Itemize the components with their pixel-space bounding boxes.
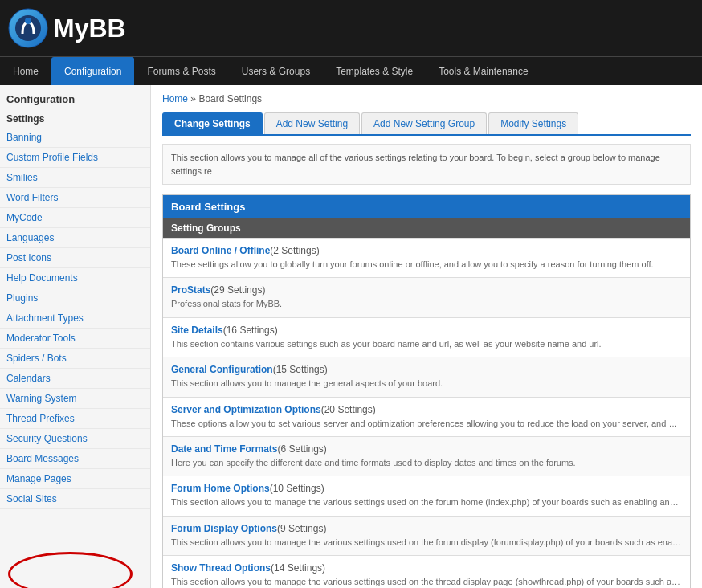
setting-group-desc-8: This section allows you to manage the va… [171, 576, 682, 588]
setting-group-title-4[interactable]: Server and Optimization Options [171, 404, 321, 415]
setting-group-7: Forum Display Options(9 Settings) This s… [163, 516, 690, 555]
setting-group-count-3: (15 Settings) [273, 364, 328, 375]
sidebar-section-title: Configuration [0, 85, 150, 108]
nav-forums-posts[interactable]: Forums & Posts [134, 57, 228, 85]
nav-home[interactable]: Home [0, 57, 51, 85]
breadcrumb-home[interactable]: Home [162, 93, 188, 104]
setting-group-3: General Configuration(15 Settings) This … [163, 357, 690, 396]
sidebar-item-warning-system[interactable]: Warning System [0, 389, 150, 409]
breadcrumb-separator: » [190, 93, 196, 104]
breadcrumb-current: Board Settings [198, 93, 262, 104]
tab-bar: Change Settings Add New Setting Add New … [162, 112, 691, 136]
setting-group-desc-6: This section allows you to manage the va… [171, 496, 682, 508]
sidebar-item-languages[interactable]: Languages [0, 228, 150, 248]
oval-highlight-indicator [8, 552, 133, 588]
sidebar-item-banning[interactable]: Banning [0, 128, 150, 148]
sidebar-item-mycode[interactable]: MyCode [0, 208, 150, 228]
setting-group-2: Site Details(16 Settings) This section c… [163, 317, 690, 357]
sidebar-item-spiders-bots[interactable]: Spiders / Bots [0, 349, 150, 369]
setting-group-title-5[interactable]: Date and Time Formats [171, 443, 277, 455]
nav-configuration[interactable]: Configuration [51, 57, 134, 85]
setting-group-title-0[interactable]: Board Online / Offline [171, 245, 270, 256]
header: MyBB [0, 0, 702, 56]
setting-group-title-6[interactable]: Forum Home Options [171, 483, 270, 494]
sidebar: Configuration Settings Banning Custom Pr… [0, 85, 151, 588]
sidebar-item-calendars[interactable]: Calendars [0, 369, 150, 389]
sidebar-item-board-messages[interactable]: Board Messages [0, 449, 150, 469]
sidebar-item-security-questions[interactable]: Security Questions [0, 429, 150, 449]
info-text: This section allows you to manage all of… [171, 153, 660, 176]
sidebar-item-post-icons[interactable]: Post Icons [0, 248, 150, 268]
svg-point-2 [25, 18, 31, 24]
setting-group-count-0: (2 Settings) [270, 245, 319, 256]
setting-group-count-5: (6 Settings) [277, 443, 326, 455]
sidebar-item-attachment-types[interactable]: Attachment Types [0, 308, 150, 329]
setting-group-count-8: (14 Settings) [271, 562, 325, 574]
nav-tools-maintenance[interactable]: Tools & Maintenance [426, 57, 541, 85]
setting-group-count-4: (20 Settings) [321, 404, 376, 415]
setting-group-1: ProStats(29 Settings) Professional stats… [163, 277, 690, 316]
setting-group-4: Server and Optimization Options(20 Setti… [163, 397, 690, 436]
main-layout: Configuration Settings Banning Custom Pr… [0, 85, 702, 588]
setting-group-count-2: (16 Settings) [223, 325, 278, 336]
tab-change-settings[interactable]: Change Settings [162, 112, 263, 134]
setting-group-desc-3: This section allows you to manage the ge… [171, 378, 682, 390]
logo: MyBB [8, 8, 126, 48]
setting-group-count-7: (9 Settings) [277, 523, 326, 534]
sidebar-item-plugins[interactable]: Plugins [0, 288, 150, 308]
setting-group-title-2[interactable]: Site Details [171, 325, 223, 336]
sidebar-item-manage-pages[interactable]: Manage Pages [0, 469, 150, 489]
main-nav: Home Configuration Forums & Posts Users … [0, 56, 702, 85]
tab-add-new-setting-group[interactable]: Add New Setting Group [361, 112, 487, 134]
setting-group-desc-4: These options allow you to set various s… [171, 418, 682, 430]
sidebar-item-custom-profile-fields[interactable]: Custom Profile Fields [0, 148, 150, 168]
logo-text: MyBB [53, 14, 126, 43]
tab-add-new-setting[interactable]: Add New Setting [264, 112, 360, 134]
sidebar-item-help-documents[interactable]: Help Documents [0, 268, 150, 288]
mybb-logo-icon [8, 8, 48, 48]
panel-header: Board Settings [163, 195, 690, 218]
setting-group-desc-7: This section allows you to manage the va… [171, 537, 682, 549]
nav-users-groups[interactable]: Users & Groups [229, 57, 323, 85]
nav-templates-style[interactable]: Templates & Style [323, 57, 426, 85]
setting-group-6: Forum Home Options(10 Settings) This sec… [163, 476, 690, 515]
setting-group-5: Date and Time Formats(6 Settings) Here y… [163, 436, 690, 476]
setting-group-count-1: (29 Settings) [210, 284, 265, 296]
sidebar-item-moderator-tools[interactable]: Moderator Tools [0, 329, 150, 349]
sidebar-item-thread-prefixes[interactable]: Thread Prefixes [0, 409, 150, 429]
breadcrumb: Home » Board Settings [162, 93, 691, 104]
sidebar-item-word-filters[interactable]: Word Filters [0, 188, 150, 208]
panel-subheader: Setting Groups [163, 218, 690, 238]
setting-group-title-3[interactable]: General Configuration [171, 364, 273, 375]
content-area: Home » Board Settings Change Settings Ad… [151, 85, 702, 588]
setting-group-count-6: (10 Settings) [270, 483, 324, 494]
setting-group-8: Show Thread Options(14 Settings) This se… [163, 555, 690, 588]
setting-group-title-1[interactable]: ProStats [171, 284, 210, 296]
sidebar-item-smilies[interactable]: Smilies [0, 168, 150, 188]
sidebar-item-social-sites[interactable]: Social Sites [0, 489, 150, 509]
setting-group-desc-0: These settings allow you to globally tur… [171, 259, 682, 271]
board-settings-panel: Board Settings Setting Groups Board Onli… [162, 194, 691, 588]
setting-group-desc-1: Professional stats for MyBB. [171, 298, 682, 310]
setting-group-desc-2: This section contains various settings s… [171, 338, 682, 350]
setting-group-title-7[interactable]: Forum Display Options [171, 523, 277, 534]
setting-group-0: Board Online / Offline(2 Settings) These… [163, 238, 690, 277]
tab-modify-settings[interactable]: Modify Settings [488, 112, 578, 134]
info-box: This section allows you to manage all of… [162, 144, 691, 185]
setting-group-desc-5: Here you can specify the different date … [171, 457, 682, 469]
setting-group-title-8[interactable]: Show Thread Options [171, 562, 271, 574]
sidebar-settings-label: Settings [0, 108, 150, 128]
